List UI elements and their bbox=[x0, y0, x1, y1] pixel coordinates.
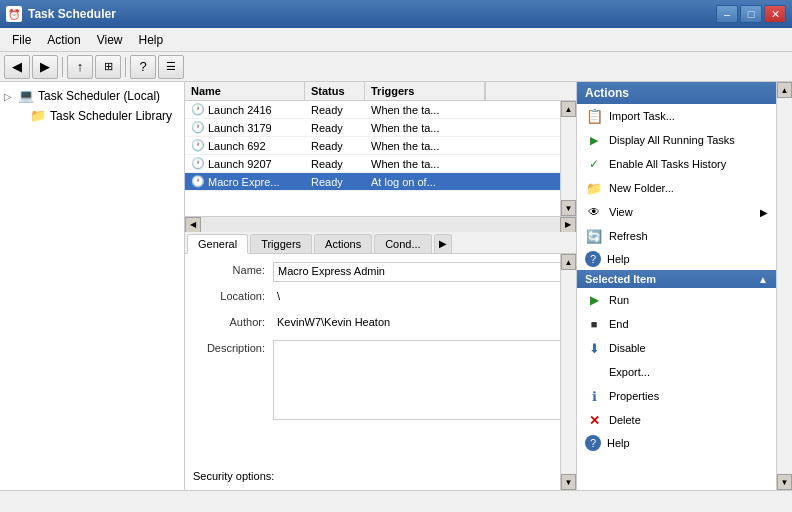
menu-bar: File Action View Help bbox=[0, 28, 792, 52]
action-properties[interactable]: ℹ Properties bbox=[577, 384, 776, 408]
right-panel-scrollbar[interactable]: ▲ ▼ bbox=[776, 82, 792, 490]
center-panel: Name Status Triggers 🕐 Launch 2416 Ready… bbox=[185, 82, 577, 490]
status-bar bbox=[0, 490, 792, 512]
window-title: Task Scheduler bbox=[28, 7, 116, 21]
task-row[interactable]: 🕐 Launch 692 Ready When the ta... bbox=[185, 137, 560, 155]
delete-icon: ✕ bbox=[585, 411, 603, 429]
action-display-running[interactable]: ▶ Display All Running Tasks bbox=[577, 128, 776, 152]
action-enable-history-label: Enable All Tasks History bbox=[609, 158, 726, 170]
col-header-status[interactable]: Status bbox=[305, 82, 365, 100]
task-row[interactable]: 🕐 Launch 3179 Ready When the ta... bbox=[185, 119, 560, 137]
task-cell-triggers-1: When the ta... bbox=[365, 120, 485, 136]
description-textarea[interactable] bbox=[273, 340, 566, 420]
back-button[interactable]: ◀ bbox=[4, 55, 30, 79]
minimize-button[interactable]: – bbox=[716, 5, 738, 23]
action-run[interactable]: ▶ Run bbox=[577, 288, 776, 312]
security-options-label: Security options: bbox=[193, 470, 568, 482]
col-header-triggers[interactable]: Triggers bbox=[365, 82, 485, 100]
action-disable[interactable]: ⬇ Disable bbox=[577, 336, 776, 360]
tree-item-local[interactable]: ▷ 💻 Task Scheduler (Local) bbox=[0, 86, 184, 106]
location-label: Location: bbox=[193, 288, 265, 302]
task-clock-icon-3: 🕐 bbox=[191, 157, 205, 170]
form-row-location: Location: \ bbox=[193, 288, 566, 308]
scroll-track[interactable] bbox=[201, 217, 560, 232]
view-icon: 👁 bbox=[585, 203, 603, 221]
show-hide-button[interactable]: ⊞ bbox=[95, 55, 121, 79]
new-folder-icon: 📁 bbox=[585, 179, 603, 197]
end-icon: ■ bbox=[585, 315, 603, 333]
action-help-selected[interactable]: ? Help bbox=[577, 432, 776, 454]
action-help-global[interactable]: ? Help bbox=[577, 248, 776, 270]
actions-header: Actions bbox=[577, 82, 776, 104]
toolbar: ◀ ▶ ↑ ⊞ ? ☰ bbox=[0, 52, 792, 82]
action-disable-label: Disable bbox=[609, 342, 646, 354]
scroll-left-button[interactable]: ◀ bbox=[185, 217, 201, 233]
action-import-task-label: Import Task... bbox=[609, 110, 675, 122]
form-row-description: Description: bbox=[193, 340, 566, 420]
menu-file[interactable]: File bbox=[4, 31, 39, 49]
close-button[interactable]: ✕ bbox=[764, 5, 786, 23]
tab-triggers[interactable]: Triggers bbox=[250, 234, 312, 253]
name-input[interactable]: Macro Express Admin bbox=[273, 262, 566, 282]
menu-help[interactable]: Help bbox=[131, 31, 172, 49]
tab-more-button[interactable]: ▶ bbox=[434, 234, 452, 253]
action-export[interactable]: Export... bbox=[577, 360, 776, 384]
task-list-horizontal-scrollbar[interactable]: ◀ ▶ bbox=[185, 216, 576, 232]
col-header-name[interactable]: Name bbox=[185, 82, 305, 100]
author-label: Author: bbox=[193, 314, 265, 328]
action-export-label: Export... bbox=[609, 366, 650, 378]
up-button[interactable]: ↑ bbox=[67, 55, 93, 79]
actions-scroll-area: Actions 📋 Import Task... ▶ Display All R… bbox=[577, 82, 792, 490]
task-cell-status-2: Ready bbox=[305, 138, 365, 154]
maximize-button[interactable]: □ bbox=[740, 5, 762, 23]
scroll-right-button[interactable]: ▶ bbox=[560, 217, 576, 233]
task-cell-name-3: 🕐 Launch 9207 bbox=[185, 155, 305, 172]
task-cell-status-1: Ready bbox=[305, 120, 365, 136]
menu-action[interactable]: Action bbox=[39, 31, 88, 49]
tab-general[interactable]: General bbox=[187, 234, 248, 254]
task-row[interactable]: 🕐 Launch 9207 Ready When the ta... bbox=[185, 155, 560, 173]
help-toolbar-button[interactable]: ? bbox=[130, 55, 156, 79]
task-row[interactable]: 🕐 Launch 2416 Ready When the ta... bbox=[185, 101, 560, 119]
detail-area: General Triggers Actions Cond... ▶ Name:… bbox=[185, 232, 576, 490]
computer-icon: 💻 bbox=[18, 88, 34, 104]
disable-icon: ⬇ bbox=[585, 339, 603, 357]
tree-label-local: Task Scheduler (Local) bbox=[38, 89, 160, 103]
action-run-label: Run bbox=[609, 294, 629, 306]
action-new-folder-label: New Folder... bbox=[609, 182, 674, 194]
action-delete[interactable]: ✕ Delete bbox=[577, 408, 776, 432]
title-bar-left: ⏰ Task Scheduler bbox=[6, 6, 116, 22]
author-value: KevinW7\Kevin Heaton bbox=[273, 314, 566, 334]
action-refresh[interactable]: 🔄 Refresh bbox=[577, 224, 776, 248]
view-submenu-arrow: ▶ bbox=[760, 207, 768, 218]
task-cell-triggers-4: At log on of... bbox=[365, 174, 485, 190]
title-bar: ⏰ Task Scheduler – □ ✕ bbox=[0, 0, 792, 28]
task-cell-status-3: Ready bbox=[305, 156, 365, 172]
menu-view[interactable]: View bbox=[89, 31, 131, 49]
task-row-selected[interactable]: 🕐 Macro Expre... Ready At log on of... bbox=[185, 173, 560, 191]
selected-item-section-header[interactable]: Selected Item ▲ bbox=[577, 270, 776, 288]
action-new-folder[interactable]: 📁 New Folder... bbox=[577, 176, 776, 200]
task-list-scroll: 🕐 Launch 2416 Ready When the ta... 🕐 Lau… bbox=[185, 101, 560, 216]
action-end-label: End bbox=[609, 318, 629, 330]
action-enable-history[interactable]: ✓ Enable All Tasks History bbox=[577, 152, 776, 176]
forward-button[interactable]: ▶ bbox=[32, 55, 58, 79]
detail-form-scrollbar[interactable]: ▲ ▼ bbox=[560, 254, 576, 490]
task-cell-name-2: 🕐 Launch 692 bbox=[185, 137, 305, 154]
properties-toolbar-button[interactable]: ☰ bbox=[158, 55, 184, 79]
help-selected-icon: ? bbox=[585, 435, 601, 451]
description-label: Description: bbox=[193, 340, 265, 354]
tree-item-library[interactable]: 📁 Task Scheduler Library bbox=[0, 106, 184, 126]
toolbar-separator-1 bbox=[62, 57, 63, 77]
name-label: Name: bbox=[193, 262, 265, 276]
action-end[interactable]: ■ End bbox=[577, 312, 776, 336]
action-view[interactable]: 👁 View ▶ bbox=[577, 200, 776, 224]
app-icon: ⏰ bbox=[6, 6, 22, 22]
action-help-selected-label: Help bbox=[607, 437, 630, 449]
task-list-vertical-scrollbar[interactable]: ▲ ▼ bbox=[560, 101, 576, 216]
tab-actions[interactable]: Actions bbox=[314, 234, 372, 253]
running-tasks-icon: ▶ bbox=[585, 131, 603, 149]
tab-bar: General Triggers Actions Cond... ▶ bbox=[185, 232, 576, 254]
action-import-task[interactable]: 📋 Import Task... bbox=[577, 104, 776, 128]
tab-conditions[interactable]: Cond... bbox=[374, 234, 431, 253]
